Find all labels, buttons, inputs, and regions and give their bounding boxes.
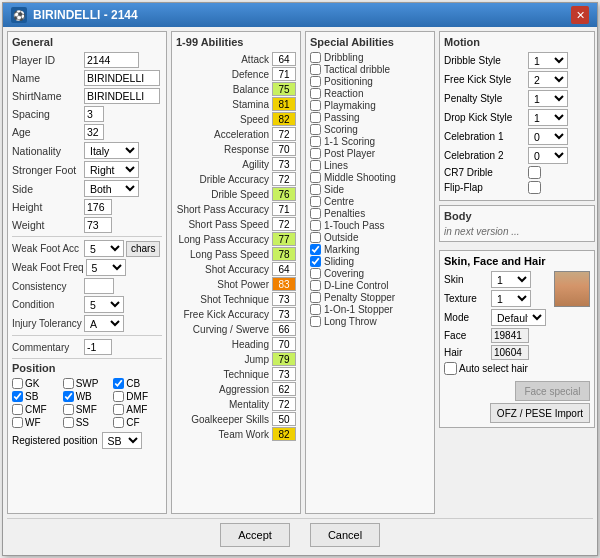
special-playmaking-check[interactable] bbox=[310, 100, 321, 111]
weak-foot-freq-select[interactable]: 5 bbox=[86, 259, 126, 276]
height-input[interactable] bbox=[84, 199, 112, 215]
special-pen-stopper-check[interactable] bbox=[310, 292, 321, 303]
mode-select[interactable]: Default bbox=[491, 309, 546, 326]
special-passing-check[interactable] bbox=[310, 112, 321, 123]
ability-teamwork-input[interactable] bbox=[272, 427, 296, 441]
pos-cmf-checkbox[interactable] bbox=[12, 404, 23, 415]
ability-long-pass-acc-input[interactable] bbox=[272, 232, 296, 246]
ability-mentality-input[interactable] bbox=[272, 397, 296, 411]
motion-fk-select[interactable]: 2 bbox=[528, 71, 568, 88]
pos-wf-checkbox[interactable] bbox=[12, 417, 23, 428]
motion-cel1-select[interactable]: 0 bbox=[528, 128, 568, 145]
special-penalties-check[interactable] bbox=[310, 208, 321, 219]
injury-select[interactable]: A bbox=[84, 315, 124, 332]
special-reaction-check[interactable] bbox=[310, 88, 321, 99]
pos-amf-checkbox[interactable] bbox=[113, 404, 124, 415]
ability-shot-acc-input[interactable] bbox=[272, 262, 296, 276]
condition-row: Condition 5 bbox=[12, 296, 162, 313]
special-positioning-check[interactable] bbox=[310, 76, 321, 87]
cancel-button[interactable]: Cancel bbox=[310, 523, 380, 547]
special-lines-check[interactable] bbox=[310, 160, 321, 171]
pos-swp-checkbox[interactable] bbox=[63, 378, 74, 389]
face-special-button[interactable]: Face special bbox=[515, 381, 590, 401]
pos-gk-checkbox[interactable] bbox=[12, 378, 23, 389]
ability-defence-input[interactable] bbox=[272, 67, 296, 81]
stronger-foot-select[interactable]: Right bbox=[84, 161, 139, 178]
ability-fk-acc-input[interactable] bbox=[272, 307, 296, 321]
pes-import-button[interactable]: OFZ / PESE Import bbox=[490, 403, 590, 423]
ability-technique-input[interactable] bbox=[272, 367, 296, 381]
accept-button[interactable]: Accept bbox=[220, 523, 290, 547]
ability-acceleration-input[interactable] bbox=[272, 127, 296, 141]
motion-flip-check[interactable] bbox=[528, 181, 541, 194]
registered-pos-select[interactable]: SB bbox=[102, 432, 142, 449]
ability-long-pass-spd-input[interactable] bbox=[272, 247, 296, 261]
ability-shot-power-input[interactable] bbox=[272, 277, 296, 291]
ability-gk-skills-input[interactable] bbox=[272, 412, 296, 426]
weak-foot-acc-select[interactable]: 5 bbox=[84, 240, 124, 257]
pos-sb-checkbox[interactable] bbox=[12, 391, 23, 402]
consistency-input[interactable] bbox=[84, 278, 114, 294]
ability-speed-input[interactable] bbox=[272, 112, 296, 126]
ability-short-pass-spd-input[interactable] bbox=[272, 217, 296, 231]
motion-penalty-select[interactable]: 1 bbox=[528, 90, 568, 107]
ability-curving-input[interactable] bbox=[272, 322, 296, 336]
ability-agility-input[interactable] bbox=[272, 157, 296, 171]
pos-ss-checkbox[interactable] bbox=[63, 417, 74, 428]
skin-select[interactable]: 1 bbox=[491, 271, 531, 288]
ability-short-pass-acc-input[interactable] bbox=[272, 202, 296, 216]
motion-cel2-select[interactable]: 0 bbox=[528, 147, 568, 164]
motion-cr7-check[interactable] bbox=[528, 166, 541, 179]
age-input[interactable] bbox=[84, 124, 104, 140]
special-1touch-check[interactable] bbox=[310, 220, 321, 231]
ability-shot-tech-input[interactable] bbox=[272, 292, 296, 306]
special-post-check[interactable] bbox=[310, 148, 321, 159]
ability-response-input[interactable] bbox=[272, 142, 296, 156]
hair-input[interactable] bbox=[491, 345, 529, 360]
condition-select[interactable]: 5 bbox=[84, 296, 124, 313]
pos-cf-checkbox[interactable] bbox=[113, 417, 124, 428]
special-long-throw-check[interactable] bbox=[310, 316, 321, 327]
special-1on1-check[interactable] bbox=[310, 136, 321, 147]
special-centre-check[interactable] bbox=[310, 196, 321, 207]
nationality-select[interactable]: Italy bbox=[84, 142, 139, 159]
special-1on1-stopper-check[interactable] bbox=[310, 304, 321, 315]
pos-smf-checkbox[interactable] bbox=[63, 404, 74, 415]
spacing-input[interactable] bbox=[84, 106, 104, 122]
pos-wb-checkbox[interactable] bbox=[63, 391, 74, 402]
special-scoring-check[interactable] bbox=[310, 124, 321, 135]
ability-drible-speed-input[interactable] bbox=[272, 187, 296, 201]
face-input[interactable] bbox=[491, 328, 529, 343]
special-tactical-check[interactable] bbox=[310, 64, 321, 75]
player-id-input[interactable] bbox=[84, 52, 139, 68]
commentary-input[interactable] bbox=[84, 339, 112, 355]
ability-attack-input[interactable] bbox=[272, 52, 296, 66]
ability-aggression-input[interactable] bbox=[272, 382, 296, 396]
ability-balance-input[interactable] bbox=[272, 82, 296, 96]
special-sliding-check[interactable] bbox=[310, 256, 321, 267]
auto-hair-check[interactable] bbox=[444, 362, 457, 375]
content-area: General Player ID Name ShirtName Spacing bbox=[3, 27, 597, 555]
motion-dropkick-select[interactable]: 1 bbox=[528, 109, 568, 126]
pos-dmf-checkbox[interactable] bbox=[113, 391, 124, 402]
ability-drible-acc-input[interactable] bbox=[272, 172, 296, 186]
name-input[interactable] bbox=[84, 70, 160, 86]
special-dline-check[interactable] bbox=[310, 280, 321, 291]
special-dribbling-check[interactable] bbox=[310, 52, 321, 63]
chars-button[interactable]: chars bbox=[126, 241, 160, 257]
close-button[interactable]: ✕ bbox=[571, 6, 589, 24]
special-covering-check[interactable] bbox=[310, 268, 321, 279]
ability-heading-input[interactable] bbox=[272, 337, 296, 351]
motion-dribble-select[interactable]: 1 bbox=[528, 52, 568, 69]
shirtname-input[interactable] bbox=[84, 88, 160, 104]
special-outside-check[interactable] bbox=[310, 232, 321, 243]
ability-jump-input[interactable] bbox=[272, 352, 296, 366]
pos-cb-checkbox[interactable] bbox=[113, 378, 124, 389]
special-side-check[interactable] bbox=[310, 184, 321, 195]
weight-input[interactable] bbox=[84, 217, 112, 233]
special-marking-check[interactable] bbox=[310, 244, 321, 255]
special-middle-shooting-check[interactable] bbox=[310, 172, 321, 183]
ability-stamina-input[interactable] bbox=[272, 97, 296, 111]
texture-select[interactable]: 1 bbox=[491, 290, 531, 307]
side-select[interactable]: Both bbox=[84, 180, 139, 197]
